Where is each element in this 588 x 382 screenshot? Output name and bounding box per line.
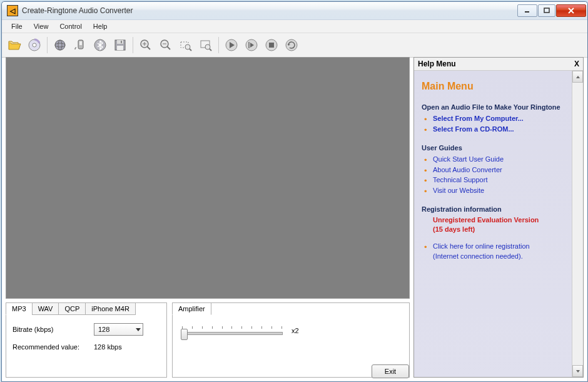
help-scrollbar[interactable]: [572, 71, 583, 377]
play-button[interactable]: [223, 36, 240, 54]
maximize-icon: [544, 8, 550, 14]
svg-rect-13: [117, 40, 123, 44]
globe-icon: [53, 38, 67, 52]
bitrate-value: 128: [98, 326, 109, 333]
svg-point-5: [33, 43, 36, 47]
close-button[interactable]: [556, 4, 586, 17]
menu-control[interactable]: Control: [54, 21, 87, 31]
help-pane: Help Menu X Main Menu Open an Audio File…: [413, 57, 584, 378]
link-select-cdrom[interactable]: Select From a CD-ROM...: [433, 125, 514, 133]
svg-line-21: [167, 46, 170, 49]
cd-icon: [27, 38, 42, 53]
stop-button[interactable]: [263, 36, 280, 54]
amplifier-tab: Amplifier: [172, 302, 211, 315]
bluetooth-icon: [93, 38, 107, 52]
play-icon: [225, 38, 238, 52]
help-close-button[interactable]: X: [574, 59, 579, 68]
tab-m4r[interactable]: iPhone M4R: [85, 302, 136, 315]
link-register[interactable]: Click here for online registration: [433, 242, 530, 250]
slider-thumb[interactable]: [181, 329, 188, 340]
minimize-icon: [524, 8, 530, 14]
svg-line-25: [190, 49, 191, 51]
open-cd-button[interactable]: [26, 36, 43, 54]
help-reg-heading: Registration information: [422, 205, 565, 213]
minimize-button[interactable]: [517, 4, 537, 17]
help-guides-heading: User Guides: [422, 144, 565, 152]
globe-button[interactable]: [51, 36, 69, 54]
amplifier-value: x2: [291, 327, 299, 334]
maximize-button[interactable]: [538, 4, 555, 17]
menu-file[interactable]: File: [6, 21, 28, 31]
stop-icon: [265, 38, 278, 52]
play-selection-icon: [245, 38, 258, 52]
separator: [133, 37, 133, 53]
link-quick-start[interactable]: Quick Start User Guide: [433, 155, 504, 163]
link-register-note[interactable]: (Internet connection needed).: [433, 252, 523, 260]
recommended-value: 128 kbps: [94, 343, 122, 351]
amplifier-group: Amplifier x2 Exit: [172, 302, 410, 378]
folder-open-icon: [7, 38, 22, 53]
floppy-icon: [113, 38, 127, 52]
loop-button[interactable]: [283, 36, 300, 54]
zoom-out-button[interactable]: [157, 36, 175, 54]
open-file-button[interactable]: [6, 36, 23, 54]
phone-icon: [73, 38, 87, 52]
help-main-heading: Main Menu: [422, 81, 565, 92]
svg-point-24: [185, 44, 190, 49]
link-support[interactable]: Technical Support: [433, 176, 487, 183]
chevron-up-icon: [575, 75, 580, 79]
bitrate-label: Bitrate (kbps): [13, 326, 94, 333]
window-title: Create-Ringtone Audio Converter: [22, 6, 517, 15]
link-select-computer[interactable]: Select From My Computer...: [433, 115, 524, 122]
separator: [47, 37, 48, 53]
reg-warning-2: (15 days left): [433, 225, 565, 234]
zoom-out-icon: [159, 38, 173, 52]
zoom-in-button[interactable]: [137, 36, 155, 54]
zoom-fit-button[interactable]: [197, 36, 215, 54]
svg-rect-33: [269, 43, 274, 48]
close-icon: [567, 8, 575, 14]
menu-help[interactable]: Help: [88, 21, 113, 31]
svg-point-6: [55, 40, 65, 50]
tab-qcp[interactable]: QCP: [58, 302, 86, 315]
svg-line-28: [210, 49, 211, 51]
scroll-thumb[interactable]: [572, 83, 583, 365]
tab-mp3[interactable]: MP3: [6, 302, 33, 315]
svg-point-27: [205, 44, 210, 49]
titlebar: ◁ Create-Ringtone Audio Converter: [2, 2, 587, 20]
zoom-in-icon: [139, 38, 153, 52]
svg-rect-14: [117, 46, 123, 50]
bitrate-combo[interactable]: 128: [94, 323, 143, 336]
svg-point-34: [286, 39, 297, 51]
link-website[interactable]: Visit our Website: [433, 187, 484, 194]
help-title: Help Menu: [418, 59, 456, 68]
zoom-sel-button[interactable]: [177, 36, 195, 54]
menubar: File View Control Help: [2, 20, 587, 33]
recommended-label: Recommended value:: [13, 343, 94, 351]
chevron-down-icon: [575, 369, 580, 373]
menu-view[interactable]: View: [28, 21, 54, 31]
chevron-down-icon: [136, 328, 141, 331]
reg-warning-1: Unregistered Evaluation Version: [433, 215, 565, 225]
toolbar: [2, 33, 587, 58]
save-button[interactable]: [111, 36, 129, 54]
format-tabs: MP3 WAV QCP iPhone M4R Bitrate (kbps) 12…: [6, 302, 167, 378]
loop-icon: [285, 38, 298, 52]
scroll-down-button[interactable]: [572, 365, 583, 377]
tab-wav[interactable]: WAV: [32, 302, 59, 315]
exit-button[interactable]: Exit: [372, 364, 409, 378]
bluetooth-button[interactable]: [91, 36, 109, 54]
phone-button[interactable]: [71, 36, 89, 54]
main-window: ◁ Create-Ringtone Audio Converter File V…: [1, 1, 588, 382]
scroll-up-button[interactable]: [572, 71, 583, 83]
svg-rect-10: [79, 41, 82, 45]
separator: [218, 37, 219, 53]
svg-line-17: [147, 46, 150, 49]
help-open-heading: Open an Audio File to Make Your Ringtone: [422, 103, 565, 111]
svg-rect-1: [544, 8, 549, 13]
zoom-fit-icon: [199, 38, 213, 52]
amplifier-slider[interactable]: [181, 332, 283, 335]
waveform-area[interactable]: [6, 57, 410, 299]
play-sel-button[interactable]: [243, 36, 260, 54]
link-about[interactable]: About Audio Converter: [433, 166, 502, 173]
